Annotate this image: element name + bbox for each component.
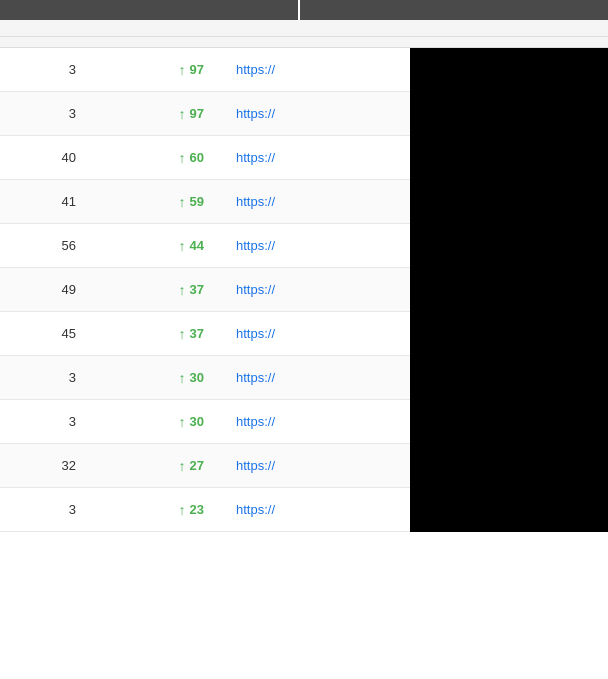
table-row: 56 ↑ 44 https://: [0, 224, 608, 268]
url-link[interactable]: https://: [236, 326, 275, 341]
rank-change-value: 23: [190, 502, 204, 517]
up-arrow-icon: ↑: [179, 502, 186, 518]
url-cell[interactable]: https://: [220, 448, 608, 483]
rank-change-value: 30: [190, 414, 204, 429]
url-cell[interactable]: https://: [220, 184, 608, 219]
url-link[interactable]: https://: [236, 282, 275, 297]
truerank-cell: 3: [0, 360, 100, 395]
table-row: 3 ↑ 23 https://: [0, 488, 608, 532]
url-cell[interactable]: https://: [220, 360, 608, 395]
rank-change-value: 97: [190, 106, 204, 121]
highest-ranked-header: [300, 0, 608, 20]
up-arrow-icon: ↑: [179, 106, 186, 122]
truerank-cell: 40: [0, 140, 100, 175]
rank-change-value: 30: [190, 370, 204, 385]
url-link[interactable]: https://: [236, 414, 275, 429]
url-link[interactable]: https://: [236, 106, 275, 121]
truerank-cell: 45: [0, 316, 100, 351]
up-arrow-icon: ↑: [179, 194, 186, 210]
up-arrow-icon: ↑: [179, 62, 186, 78]
section-header: [0, 0, 608, 20]
rankchange-cell: ↑ 30: [100, 360, 220, 396]
up-arrow-icon: ↑: [179, 458, 186, 474]
url-cell[interactable]: https://: [220, 316, 608, 351]
rank-change-value: 37: [190, 326, 204, 341]
url-cell[interactable]: https://: [220, 140, 608, 175]
rankchange-cell: ↑ 37: [100, 316, 220, 352]
rankchange-column-header: [100, 20, 220, 36]
truerank-column-header: [0, 20, 100, 36]
rankchange-cell: ↑ 27: [100, 448, 220, 484]
table-row: 40 ↑ 60 https://: [0, 136, 608, 180]
url-cell[interactable]: https://: [220, 96, 608, 131]
table-row: 3 ↑ 97 https://: [0, 92, 608, 136]
truerank-cell: 3: [0, 52, 100, 87]
url-link[interactable]: https://: [236, 194, 275, 209]
table-row: 41 ↑ 59 https://: [0, 180, 608, 224]
up-arrow-icon: ↑: [179, 370, 186, 386]
url-cell[interactable]: https://: [220, 228, 608, 263]
url-column-header: [220, 20, 608, 36]
rankchange-cell: ↑ 97: [100, 96, 220, 132]
rankchange-cell: ↑ 60: [100, 140, 220, 176]
rank-change-value: 97: [190, 62, 204, 77]
visibility-performance-header: [0, 0, 300, 20]
url-cell[interactable]: https://: [220, 52, 608, 87]
rank-change-value: 37: [190, 282, 204, 297]
rankchange-cell: ↑ 30: [100, 404, 220, 440]
url-link[interactable]: https://: [236, 150, 275, 165]
url-link[interactable]: https://: [236, 502, 275, 517]
up-arrow-icon: ↑: [179, 238, 186, 254]
url-link[interactable]: https://: [236, 370, 275, 385]
url-cell[interactable]: https://: [220, 492, 608, 527]
url-link[interactable]: https://: [236, 62, 275, 77]
rank-change-value: 59: [190, 194, 204, 209]
url-link[interactable]: https://: [236, 238, 275, 253]
url-link[interactable]: https://: [236, 458, 275, 473]
truerank-cell: 49: [0, 272, 100, 307]
up-arrow-icon: ↑: [179, 282, 186, 298]
rankchange-cell: ↑ 23: [100, 492, 220, 528]
truerank-cell: 41: [0, 184, 100, 219]
rank-change-value: 44: [190, 238, 204, 253]
sort-arrow-row[interactable]: [0, 37, 608, 48]
up-arrow-icon: ↑: [179, 326, 186, 342]
table-row: 3 ↑ 97 https://: [0, 48, 608, 92]
data-table: 3 ↑ 97 https:// 3 ↑ 97 https:// 40 ↑ 60: [0, 48, 608, 532]
rank-change-value: 27: [190, 458, 204, 473]
url-cell[interactable]: https://: [220, 404, 608, 439]
url-cell[interactable]: https://: [220, 272, 608, 307]
truerank-cell: 3: [0, 404, 100, 439]
truerank-cell: 3: [0, 492, 100, 527]
rank-change-value: 60: [190, 150, 204, 165]
rankchange-cell: ↑ 59: [100, 184, 220, 220]
up-arrow-icon: ↑: [179, 150, 186, 166]
truerank-cell: 56: [0, 228, 100, 263]
up-arrow-icon: ↑: [179, 414, 186, 430]
rankchange-cell: ↑ 97: [100, 52, 220, 88]
table-row: 45 ↑ 37 https://: [0, 312, 608, 356]
column-headers: [0, 20, 608, 37]
table-row: 3 ↑ 30 https://: [0, 400, 608, 444]
truerank-cell: 32: [0, 448, 100, 483]
rankchange-cell: ↑ 37: [100, 272, 220, 308]
table-row: 32 ↑ 27 https://: [0, 444, 608, 488]
table-row: 49 ↑ 37 https://: [0, 268, 608, 312]
table-row: 3 ↑ 30 https://: [0, 356, 608, 400]
rankchange-cell: ↑ 44: [100, 228, 220, 264]
truerank-cell: 3: [0, 96, 100, 131]
